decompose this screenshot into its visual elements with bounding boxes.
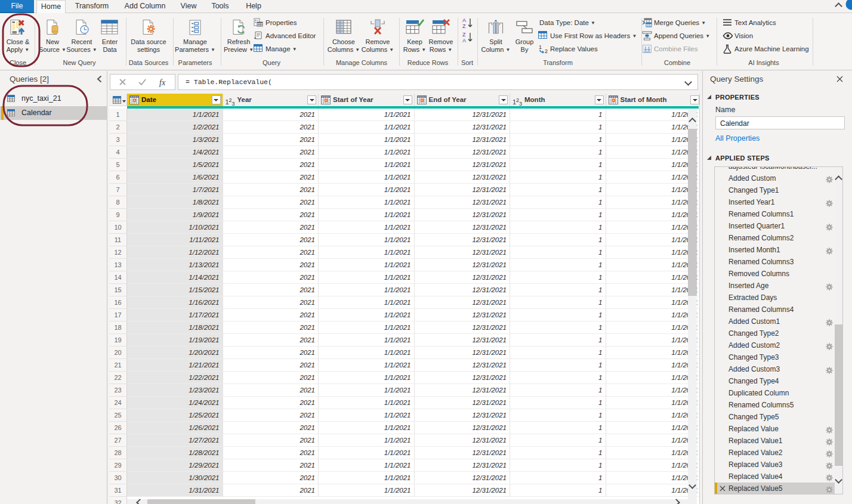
- svg-text:Z: Z: [462, 23, 466, 29]
- svg-text:fx: fx: [159, 78, 166, 87]
- svg-text:A: A: [462, 38, 466, 44]
- svg-text:A: A: [462, 17, 466, 23]
- svg-text:2: 2: [545, 48, 548, 54]
- svg-text:Z: Z: [462, 32, 466, 38]
- svg-text:1: 1: [539, 44, 542, 50]
